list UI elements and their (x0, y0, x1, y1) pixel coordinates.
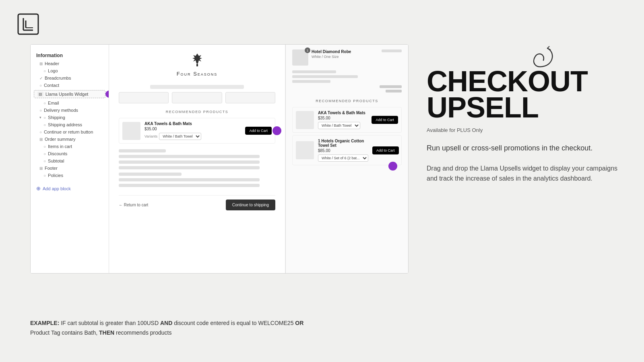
header-icon: ⊞ (39, 62, 43, 66)
logo-area (16, 12, 40, 38)
sidebar-item-breadcrumbs[interactable]: ✓ Breadcrumbs (31, 74, 109, 82)
sidebar-item-contact[interactable]: ○ Contact (31, 82, 109, 89)
screenshot-container: Information ⊞ Header ○ Logo ✓ Breadcrumb… (30, 44, 409, 274)
sidebar-item-delivery[interactable]: ○ Delivery methods (31, 107, 109, 114)
plus-circle-icon: ⊕ (36, 185, 41, 191)
example-label: EXAMPLE: (30, 320, 59, 326)
summary-line-2 (292, 75, 358, 78)
sidebar-item-shipping[interactable]: ▾ ○ Shipping (31, 114, 109, 121)
policies-icon: ○ (43, 173, 46, 178)
svg-rect-7 (196, 64, 198, 66)
sidebar-item-policies[interactable]: ○ Policies (31, 172, 109, 179)
sidebar-item-subtotal[interactable]: ○ Subtotal (31, 157, 109, 165)
product-variant-left: Variants White / Bath Towel (144, 133, 241, 140)
add-app-block-button[interactable]: ⊕ Add app block (31, 182, 109, 195)
add-to-cart-left-1[interactable]: Add to Cart (245, 127, 272, 135)
example-text-1: IF cart subtotal is greater than 100USD (61, 320, 160, 326)
right-panel: CHECKOUT UPSELL Available for PLUS Only … (427, 44, 624, 184)
address-icon: ○ (43, 123, 46, 127)
widget-icon: ▤ (37, 92, 43, 97)
cart-item-robe: 1 Hotel Diamond Robe White / One Size (292, 49, 402, 66)
checkout-upsell-heading: CHECKOUT UPSELL (427, 68, 624, 121)
form-field-2[interactable] (172, 92, 222, 103)
placeholder-line-7 (119, 184, 260, 187)
form-field-1[interactable] (119, 92, 169, 103)
placeholder-line-4 (119, 166, 260, 169)
logo-tree-icon: ○ (43, 69, 46, 73)
example-text-3: Product Tag contains Bath, (30, 329, 99, 336)
delivery-icon: ○ (39, 108, 42, 113)
example-text: EXAMPLE: IF cart subtotal is greater tha… (30, 319, 312, 338)
checkout-left-panel: Four Seasons RECOMMENDED PRODUCTS (109, 45, 285, 273)
description-2: Drag and drop the Llama Upsells widget t… (427, 163, 624, 184)
sidebar-item-order-summary[interactable]: ⊞ Order summary (31, 136, 109, 143)
example-then: THEN (99, 329, 114, 336)
checkout-right-panel: 1 Hotel Diamond Robe White / One Size (285, 45, 408, 273)
continue-to-shipping-button[interactable]: Continue to shipping (226, 200, 275, 210)
placeholder-line-5 (119, 173, 182, 176)
example-text-4: recommends products (116, 329, 172, 336)
example-text-2: discount code entered is equal to WELCOM… (174, 320, 295, 326)
contact-icon: ○ (39, 83, 42, 88)
chevron-icon: ▾ (39, 115, 41, 119)
return-to-cart-link[interactable]: ← Return to cart (119, 203, 148, 207)
footer-buttons: ← Return to cart Continue to shipping (119, 195, 275, 210)
description-1: Run upsell or cross-sell promotions in t… (427, 143, 624, 154)
sidebar-title: Information (31, 51, 109, 60)
sidebar-item-discounts[interactable]: ○ Discounts (31, 150, 109, 157)
sidebar: Information ⊞ Header ○ Logo ✓ Breadcrumb… (31, 45, 109, 273)
product-card-left-1: AKA Towels & Bath Mats $35.00 Variants W… (119, 118, 275, 144)
placeholder-line-6 (119, 178, 260, 181)
svg-rect-0 (18, 14, 38, 34)
plus-only-badge: Available for PLUS Only (427, 127, 624, 133)
brand-logo: Four Seasons (119, 53, 275, 77)
add-to-cart-right-1[interactable]: Add to Cart (372, 116, 398, 124)
cart-item-price-lines (382, 49, 402, 52)
product-card-right-1: AKA Towels & Bath Mats $35.00 White / Ba… (292, 107, 402, 133)
order-icon: ⊞ (39, 137, 43, 142)
purple-dot-bottom-right (388, 162, 397, 171)
product-img-right-1 (296, 111, 314, 129)
content-placeholders (119, 149, 275, 187)
continue-icon: ○ (39, 130, 42, 134)
brand-tree-icon (119, 53, 275, 70)
cart-item-img-robe: 1 (292, 49, 308, 66)
purple-dot-recommended-left (272, 126, 281, 135)
form-field-3[interactable] (225, 92, 275, 103)
variant-select-right-1[interactable]: White / Bath Towel (318, 122, 360, 129)
email-icon: ○ (43, 101, 46, 105)
example-or: OR (295, 320, 303, 326)
sidebar-item-logo[interactable]: ○ Logo (31, 67, 109, 74)
placeholder-line-1 (119, 149, 166, 152)
sidebar-item-shipping-address[interactable]: ○ Shipping address (31, 121, 109, 128)
right-price-lines (292, 85, 402, 93)
sidebar-item-items-in-cart[interactable]: ○ Items in cart (31, 143, 109, 150)
sidebar-item-footer[interactable]: ⊞ Footer (31, 165, 109, 172)
recommended-title-right: RECOMMENDED PRODUCTS (292, 99, 402, 103)
items-icon: ○ (43, 144, 46, 149)
discounts-icon: ○ (43, 152, 46, 156)
summary-line-1 (292, 70, 336, 73)
product-variant-right-2: White / Set of 6 (2 bat... (318, 154, 368, 162)
variant-select-left[interactable]: White / Bath Towel (159, 133, 201, 140)
shipping-icon: ○ (43, 115, 46, 120)
subtotal-icon: ○ (43, 159, 46, 163)
sidebar-item-email[interactable]: ○ Email (31, 99, 109, 107)
purple-dot-contact (105, 90, 109, 98)
llama-upsells-widget-item[interactable]: ▤ Llama Upsells Widget (34, 90, 105, 98)
cart-item-details-robe: Hotel Diamond Robe White / One Size (312, 49, 378, 59)
recommended-products-right: RECOMMENDED PRODUCTS AKA Towels & Bath M… (292, 99, 402, 165)
placeholder-line-3 (119, 160, 260, 164)
sidebar-item-continue-return[interactable]: ○ Continue or return button (31, 128, 109, 136)
variant-select-right-2[interactable]: White / Set of 6 (2 bat... (318, 154, 368, 162)
form-placeholder-1 (150, 85, 244, 89)
product-info-right-1: AKA Towels & Bath Mats $35.00 White / Ba… (318, 111, 367, 129)
example-and: AND (160, 320, 172, 326)
sidebar-item-header[interactable]: ⊞ Header (31, 60, 109, 67)
check-icon: ✓ (39, 76, 43, 80)
product-info-left-1: AKA Towels & Bath Mats $35.00 Variants W… (144, 121, 241, 140)
add-to-cart-right-2[interactable]: Add to Cart (372, 146, 399, 154)
form-row-1 (119, 92, 275, 103)
cart-summary-lines (292, 70, 402, 83)
variant-label: Variants (144, 134, 157, 138)
